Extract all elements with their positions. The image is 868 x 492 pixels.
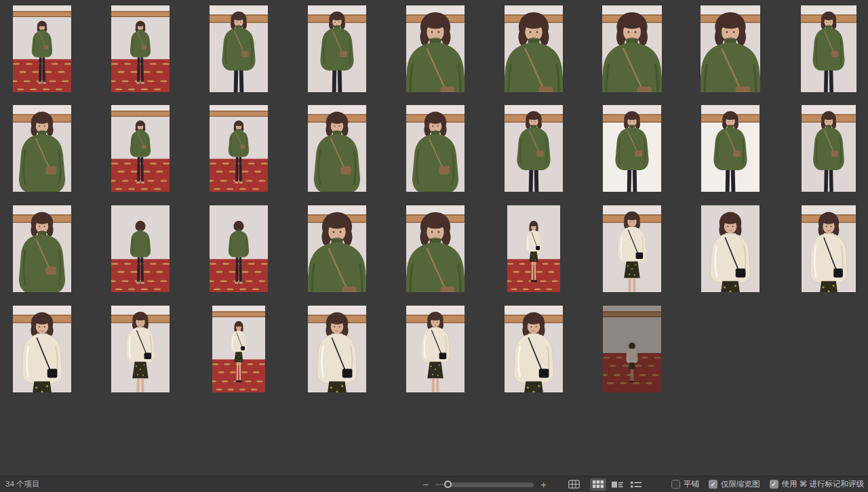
toggle-1[interactable]: ✓仅限缩览图 <box>709 479 760 489</box>
toggle-0[interactable]: 平铺 <box>671 479 699 489</box>
toggle-label: 平铺 <box>684 479 699 489</box>
photo-thumbnail[interactable] <box>701 205 760 292</box>
photo-thumbnail[interactable] <box>111 5 170 92</box>
grid-outline-view-icon[interactable] <box>566 478 582 491</box>
photo-thumbnail[interactable] <box>308 5 366 92</box>
photo-thumbnail[interactable] <box>210 105 268 192</box>
toggle-label: 使用 ⌘ 进行标记和评级 <box>782 479 864 489</box>
status-bar: 34 个项目 − + 平铺✓仅限缩览图✓使用 ⌘ 进行标记和评级 <box>0 476 868 492</box>
photo-thumbnail[interactable] <box>602 5 662 92</box>
photo-thumbnail[interactable] <box>13 306 71 392</box>
item-count-label: 34 个项目 <box>5 479 40 489</box>
option-toggles: 平铺✓仅限缩览图✓使用 ⌘ 进行标记和评级 <box>662 479 864 489</box>
photo-thumbnail[interactable] <box>603 205 661 292</box>
photo-thumbnail[interactable] <box>406 105 465 192</box>
photo-thumbnail[interactable] <box>603 306 661 392</box>
checkbox-checked-icon[interactable]: ✓ <box>770 480 778 489</box>
zoom-in-button[interactable]: + <box>538 479 549 489</box>
photo-thumbnail[interactable] <box>308 306 366 392</box>
photo-thumbnail[interactable] <box>701 105 760 192</box>
view-mode-switcher <box>564 478 646 491</box>
zoom-slider-knob[interactable] <box>444 480 452 488</box>
photo-thumbnail[interactable] <box>701 5 760 92</box>
photo-thumbnail[interactable] <box>308 205 366 292</box>
photo-thumbnail[interactable] <box>308 105 366 192</box>
zoom-out-button[interactable]: − <box>420 479 432 489</box>
checkbox-checked-icon[interactable]: ✓ <box>709 480 717 489</box>
thumbnail-grid <box>0 0 868 476</box>
photo-thumbnail[interactable] <box>13 205 71 292</box>
photo-thumbnail[interactable] <box>603 105 661 192</box>
photo-thumbnail[interactable] <box>111 205 170 292</box>
photo-thumbnail[interactable] <box>505 105 563 192</box>
photo-thumbnail[interactable] <box>212 306 265 392</box>
zoom-slider[interactable] <box>435 480 534 489</box>
toggle-label: 仅限缩览图 <box>721 479 760 489</box>
photo-thumbnail[interactable] <box>802 105 856 192</box>
photo-thumbnail[interactable] <box>210 5 268 92</box>
toggle-2[interactable]: ✓使用 ⌘ 进行标记和评级 <box>770 479 864 489</box>
photo-thumbnail[interactable] <box>406 5 465 92</box>
list-view-icon[interactable] <box>628 478 644 491</box>
photo-thumbnail[interactable] <box>802 205 856 292</box>
photo-thumbnail[interactable] <box>111 105 170 192</box>
thumbnail-grid-view-icon[interactable] <box>590 478 606 491</box>
photo-thumbnail[interactable] <box>406 205 465 292</box>
photo-thumbnail[interactable] <box>13 5 71 92</box>
statusbar-controls: − + 平铺✓仅限缩览图✓使用 ⌘ 进行标记和评级 <box>420 478 864 491</box>
thumbnail-details-view-icon[interactable] <box>609 478 625 491</box>
photo-thumbnail[interactable] <box>505 306 563 392</box>
photo-thumbnail[interactable] <box>505 5 563 92</box>
checkbox-unchecked-icon[interactable] <box>671 480 680 489</box>
zoom-slider-bar[interactable] <box>448 483 534 487</box>
photo-thumbnail[interactable] <box>801 5 856 92</box>
photo-thumbnail[interactable] <box>210 205 268 292</box>
photo-thumbnail[interactable] <box>13 105 71 192</box>
photo-thumbnail[interactable] <box>111 306 170 392</box>
photo-thumbnail[interactable] <box>507 205 560 292</box>
photo-thumbnail[interactable] <box>406 306 465 392</box>
